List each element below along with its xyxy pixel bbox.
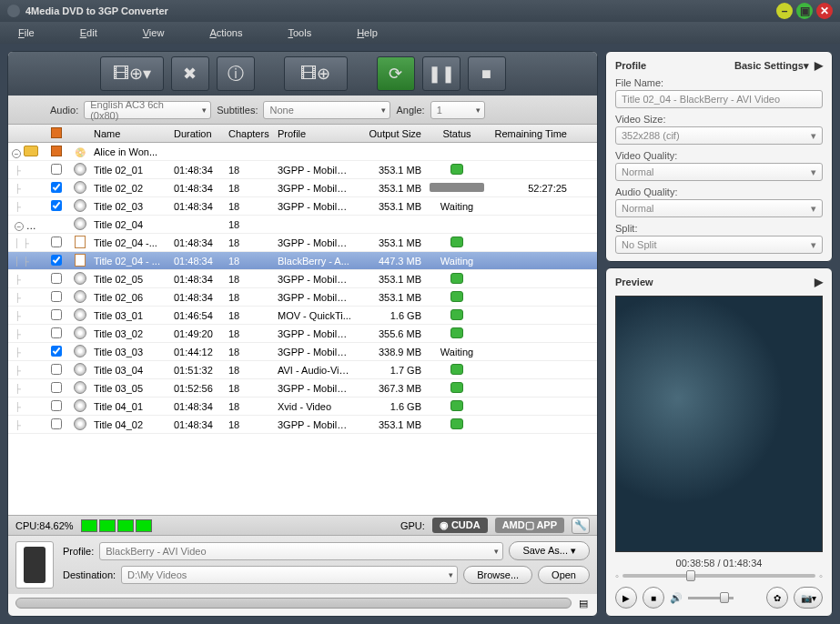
row-checkbox[interactable] (51, 364, 62, 375)
col-size[interactable]: Output Size (356, 128, 425, 139)
basic-settings-dropdown[interactable]: Basic Settings▾ (734, 60, 809, 72)
row-checkbox[interactable] (51, 273, 62, 284)
minimize-button[interactable]: – (776, 3, 793, 19)
snapshot-button[interactable]: 📷▾ (794, 587, 823, 609)
col-name[interactable]: Name (90, 128, 170, 139)
audio-combo[interactable]: English AC3 6ch (0x80) (84, 101, 211, 119)
subtitles-combo[interactable]: None (263, 101, 390, 119)
preview-video[interactable] (615, 296, 823, 552)
disc-icon (74, 290, 86, 303)
snapshot-settings-button[interactable]: ✿ (766, 587, 788, 609)
open-button[interactable]: Open (538, 566, 590, 584)
volume-slider[interactable] (688, 597, 734, 599)
row-checkbox[interactable] (51, 346, 62, 357)
settings-gear-icon[interactable]: 🔧 (572, 518, 590, 534)
menu-tools[interactable]: Tools (288, 27, 311, 38)
add-profile-button[interactable]: 🎞⊕ (284, 56, 348, 91)
col-remaining[interactable]: Remaining Time (489, 128, 571, 139)
aquality-combo[interactable]: Normal (615, 199, 823, 217)
col-chapters[interactable]: Chapters (225, 128, 274, 139)
seek-end-icon[interactable]: ◦ (819, 570, 823, 581)
table-row[interactable]: │ ├Title 02_04 - ...01:48:3418BlackBerry… (8, 252, 597, 270)
table-row[interactable]: − Title 02_0418 (8, 216, 597, 234)
maximize-button[interactable]: ▣ (796, 3, 813, 19)
table-row[interactable]: ├Title 03_0201:49:20183GPP - Mobile ...3… (8, 325, 597, 343)
select-all-checkbox[interactable] (51, 127, 62, 138)
cell-duration: 01:48:34 (170, 274, 225, 285)
menu-file[interactable]: File (18, 27, 35, 38)
table-row[interactable]: ├Title 03_0101:46:5418MOV - QuickTi...1.… (8, 307, 597, 325)
profile-combo[interactable]: BlackBerry - AVI Video (99, 542, 503, 560)
list-toggle-icon[interactable]: ▤ (579, 598, 588, 609)
row-checkbox[interactable] (51, 200, 62, 211)
table-row[interactable]: − 📀Alice in Won... (8, 143, 597, 161)
col-profile[interactable]: Profile (274, 128, 356, 139)
angle-combo[interactable]: 1 (430, 101, 485, 119)
stop-button[interactable]: ■ (468, 56, 506, 91)
col-status[interactable]: Status (425, 128, 489, 139)
table-row[interactable]: ├Title 03_0301:44:12183GPP - Mobile ...3… (8, 343, 597, 361)
cell-profile: 3GPP - Mobile ... (274, 328, 356, 339)
close-button[interactable]: ✕ (816, 3, 833, 19)
info-button[interactable]: ⓘ (217, 56, 255, 91)
convert-button[interactable]: ⟳ (377, 56, 415, 91)
row-checkbox[interactable] (51, 237, 62, 247)
status-text: Waiting (440, 347, 473, 357)
cell-size: 353.1 MB (356, 274, 425, 285)
row-checkbox[interactable] (51, 291, 62, 302)
cell-size: 353.1 MB (356, 183, 425, 194)
row-checkbox[interactable] (51, 400, 62, 411)
row-checkbox[interactable] (51, 164, 62, 175)
device-thumbnail (15, 541, 54, 589)
row-checkbox[interactable] (51, 309, 62, 320)
cell-duration: 01:48:34 (170, 292, 225, 303)
pause-button[interactable]: ❚❚ (422, 56, 460, 91)
table-row[interactable]: ├Title 02_0501:48:34183GPP - Mobile ...3… (8, 270, 597, 288)
browse-button[interactable]: Browse... (463, 566, 532, 584)
split-combo[interactable]: No Split (615, 236, 823, 254)
save-as-button[interactable]: Save As... ▾ (509, 541, 590, 560)
row-checkbox[interactable] (51, 255, 62, 266)
menu-help[interactable]: Help (357, 27, 378, 38)
row-checkbox[interactable] (51, 382, 62, 393)
split-label: Split: (615, 223, 823, 234)
menu-view[interactable]: View (143, 27, 165, 38)
remove-button[interactable]: ✖ (171, 56, 209, 91)
cell-name: Title 03_03 (90, 347, 170, 357)
stop-preview-button[interactable]: ■ (643, 587, 664, 609)
row-checkbox[interactable] (51, 327, 62, 338)
col-duration[interactable]: Duration (170, 128, 225, 139)
menu-edit[interactable]: Edit (80, 27, 97, 38)
menu-actions[interactable]: Actions (209, 27, 242, 38)
table-row[interactable]: ├Title 04_0201:48:34183GPP - Mobile ...3… (8, 416, 597, 434)
seek-slider[interactable] (622, 574, 815, 578)
table-row[interactable]: │ ├Title 02_04 -...01:48:34183GPP - Mobi… (8, 234, 597, 252)
profile-label: Profile: (63, 546, 94, 557)
row-checkbox[interactable] (51, 146, 62, 156)
cell-chapters: 18 (225, 201, 274, 212)
table-row[interactable]: ├Title 03_0401:51:3218AVI - Audio-Vid...… (8, 361, 597, 379)
collapse-icon[interactable]: − (12, 149, 21, 158)
cell-size: 1.6 GB (356, 401, 425, 412)
vquality-combo[interactable]: Normal (615, 163, 823, 181)
row-checkbox[interactable] (51, 182, 62, 193)
table-row[interactable]: ├Title 04_0101:48:3418Xvid - Video1.6 GB (8, 398, 597, 416)
filename-input[interactable]: Title 02_04 - BlackBerry - AVI Video (615, 90, 823, 108)
table-row[interactable]: ├Title 03_0501:52:56183GPP - Mobile ...3… (8, 379, 597, 398)
volume-icon[interactable]: 🔊 (670, 592, 683, 604)
collapse-icon[interactable]: − (15, 222, 24, 231)
destination-combo[interactable]: D:\My Videos (121, 566, 458, 584)
file-table: Name Duration Chapters Profile Output Si… (8, 125, 597, 515)
table-row[interactable]: ├Title 02_0201:48:34183GPP - Mobile ...3… (8, 179, 597, 197)
play-button[interactable]: ▶ (615, 587, 637, 609)
table-row[interactable]: ├Title 02_0601:48:34183GPP - Mobile ...3… (8, 288, 597, 307)
table-row[interactable]: ├Title 02_0301:48:34183GPP - Mobile ...3… (8, 197, 597, 216)
row-checkbox[interactable] (51, 418, 62, 429)
preview-expand-icon[interactable]: ▶ (815, 276, 823, 288)
cell-name: Title 04_02 (90, 419, 170, 430)
seek-start-icon[interactable]: ◦ (615, 570, 619, 581)
table-row[interactable]: ├Title 02_0101:48:34183GPP - Mobile ...3… (8, 161, 597, 179)
videosize-combo[interactable]: 352x288 (cif) (615, 126, 823, 145)
profile-expand-icon[interactable]: ▶ (815, 59, 823, 72)
add-files-button[interactable]: 🎞⊕▾ (100, 56, 164, 91)
